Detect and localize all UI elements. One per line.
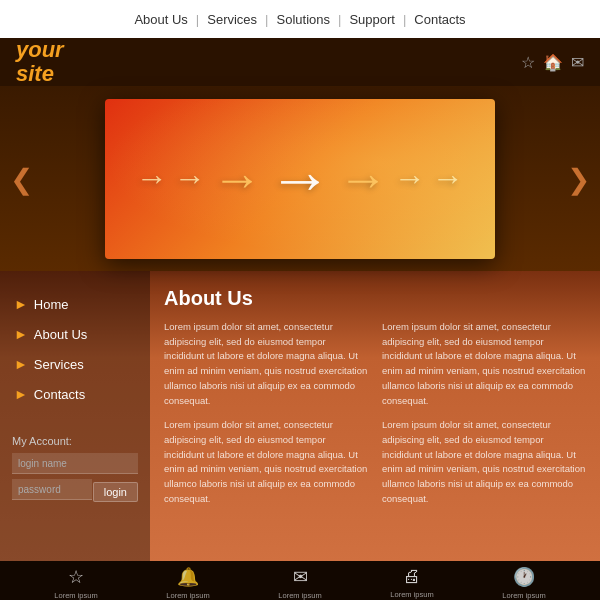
nav-about[interactable]: About Us [134, 12, 187, 27]
nav-sep-4: | [403, 12, 406, 27]
main-content: ► Home ► About Us ► Services ► Contacts … [0, 271, 600, 561]
header-icons: ☆ 🏠 ✉ [521, 53, 584, 72]
sidebar-label-home: Home [34, 297, 69, 312]
nav-sep-1: | [196, 12, 199, 27]
bullet-icon: ► [14, 326, 28, 342]
nav-sep-3: | [338, 12, 341, 27]
icon-row-text-1: Lorem ipsum dolor sit [158, 591, 218, 601]
content-col-right: Lorem ipsum dolor sit amet, consectetur … [382, 320, 586, 517]
icon-row-item-0: ☆ Lorem ipsum dolor sit [46, 566, 106, 601]
nav-contacts[interactable]: Contacts [414, 12, 465, 27]
bullet-icon: ► [14, 356, 28, 372]
content-title: About Us [164, 287, 586, 310]
content-para-3: Lorem ipsum dolor sit amet, consectetur … [382, 320, 586, 408]
slider-prev-button[interactable]: ❮ [10, 162, 33, 195]
password-input[interactable] [12, 479, 92, 500]
account-box: My Account: login [0, 427, 150, 513]
content-para-4: Lorem ipsum dolor sit amet, consectetur … [382, 418, 586, 506]
mail-feature-icon: ✉ [293, 566, 308, 588]
arrow-med-1: ← [212, 150, 262, 208]
arrow-big: ← [268, 142, 332, 216]
sidebar-item-home[interactable]: ► Home [0, 289, 150, 319]
sidebar-label-contacts: Contacts [34, 387, 85, 402]
slider-frame: ← ← ← ← ← ← ← [105, 99, 495, 259]
content-col-left: Lorem ipsum dolor sit amet, consectetur … [164, 320, 368, 517]
icon-row-item-2: ✉ Lorem ipsum dolor sit [270, 566, 330, 601]
top-navigation: About Us | Services | Solutions | Suppor… [0, 0, 600, 38]
content-columns: Lorem ipsum dolor sit amet, consectetur … [164, 320, 586, 517]
clock-icon: 🕐 [513, 566, 535, 588]
email-icon[interactable]: ✉ [571, 53, 584, 72]
sidebar-item-contacts[interactable]: ► Contacts [0, 379, 150, 409]
site-header: your site ☆ 🏠 ✉ [0, 38, 600, 86]
bullet-icon: ► [14, 296, 28, 312]
icon-row-text-4: Lorem ipsum dolor sit [494, 591, 554, 601]
login-button[interactable]: login [93, 482, 138, 502]
arrow-med-2: ← [338, 150, 388, 208]
sidebar-label-about: About Us [34, 327, 87, 342]
arrow-sm-2: ← [174, 160, 206, 197]
icon-row-item-1: 🔔 Lorem ipsum dolor sit [158, 566, 218, 601]
sidebar-item-about[interactable]: ► About Us [0, 319, 150, 349]
print-icon: 🖨 [403, 566, 421, 587]
site-logo: your site [16, 38, 64, 86]
icon-row-text-3: Lorem ipsum dolor sit [382, 590, 442, 600]
sidebar: ► Home ► About Us ► Services ► Contacts … [0, 271, 150, 561]
star-icon[interactable]: ☆ [521, 53, 535, 72]
slider-section: ❮ ← ← ← ← ← ← ← ❯ [0, 86, 600, 271]
icon-row-text-2: Lorem ipsum dolor sit [270, 591, 330, 601]
icon-row-text-0: Lorem ipsum dolor sit [46, 591, 106, 601]
slider-arrows-graphic: ← ← ← ← ← ← ← [136, 142, 464, 216]
nav-solutions[interactable]: Solutions [277, 12, 330, 27]
icon-row-item-3: 🖨 Lorem ipsum dolor sit [382, 566, 442, 600]
arrow-sm-4: ← [432, 160, 464, 197]
home-icon[interactable]: 🏠 [543, 53, 563, 72]
icon-row: ☆ Lorem ipsum dolor sit 🔔 Lorem ipsum do… [0, 561, 600, 600]
content-para-1: Lorem ipsum dolor sit amet, consectetur … [164, 320, 368, 408]
nav-support[interactable]: Support [349, 12, 395, 27]
arrow-sm-1: ← [136, 160, 168, 197]
nav-services[interactable]: Services [207, 12, 257, 27]
login-input[interactable] [12, 453, 138, 474]
content-para-2: Lorem ipsum dolor sit amet, consectetur … [164, 418, 368, 506]
slider-next-button[interactable]: ❯ [567, 162, 590, 195]
sidebar-label-services: Services [34, 357, 84, 372]
bullet-icon: ► [14, 386, 28, 402]
nav-sep-2: | [265, 12, 268, 27]
star-feature-icon: ☆ [68, 566, 84, 588]
sidebar-menu: ► Home ► About Us ► Services ► Contacts [0, 289, 150, 409]
content-area: About Us Lorem ipsum dolor sit amet, con… [150, 271, 600, 561]
icon-row-item-4: 🕐 Lorem ipsum dolor sit [494, 566, 554, 601]
bell-icon: 🔔 [177, 566, 199, 588]
account-label: My Account: [12, 435, 138, 447]
sidebar-item-services[interactable]: ► Services [0, 349, 150, 379]
arrow-sm-3: ← [394, 160, 426, 197]
